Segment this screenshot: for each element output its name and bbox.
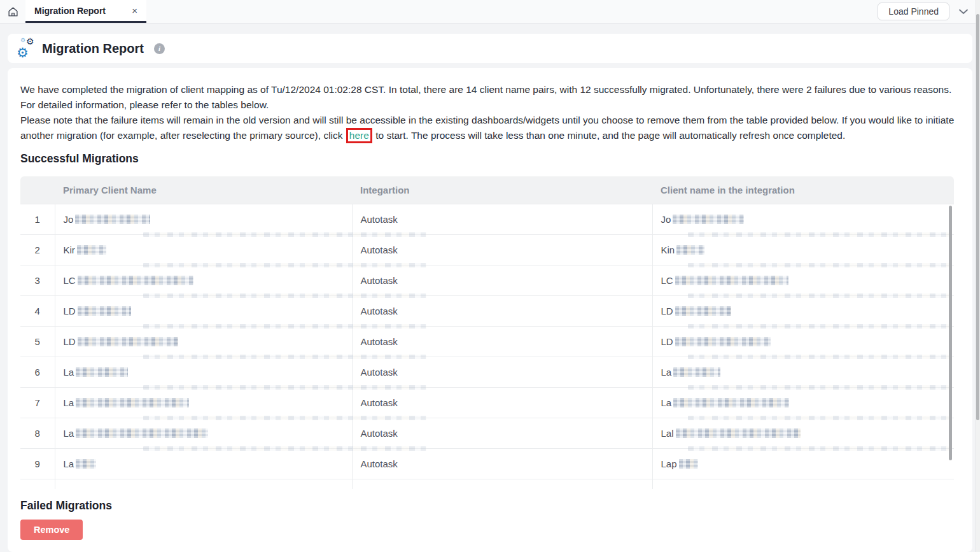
primary-client-prefix: La bbox=[64, 397, 74, 408]
row-index-cell: 5 bbox=[20, 326, 55, 357]
primary-client-prefix: LD bbox=[64, 306, 76, 316]
primary-client-cell: La bbox=[55, 448, 352, 479]
primary-client-prefix: La bbox=[64, 428, 74, 439]
client-name-cell: Lap bbox=[652, 448, 954, 479]
integration-cell: Autotask bbox=[352, 387, 652, 418]
redacted-client-name bbox=[673, 398, 789, 407]
primary-client-cell: Jo bbox=[55, 204, 352, 234]
primary-client-cell: Kir bbox=[55, 234, 352, 265]
table-row: 1 Jo Autotask Jo bbox=[20, 204, 954, 234]
table-row: 8 La Autotask Lal bbox=[20, 418, 954, 448]
successful-migrations-table: Primary Client Name Integartion Client n… bbox=[20, 176, 954, 489]
redacted-client-name bbox=[673, 215, 744, 224]
client-name-cell: LD bbox=[652, 295, 954, 326]
primary-client-cell: La bbox=[55, 387, 352, 418]
remove-button[interactable]: Remove bbox=[20, 520, 83, 540]
table-scrollbar[interactable] bbox=[949, 206, 952, 489]
row-index-cell: 6 bbox=[20, 357, 55, 387]
column-header-client-name-in-integration: Client name in the integration bbox=[652, 176, 954, 204]
table-row: 5 LD Autotask LD bbox=[20, 326, 954, 357]
table-row: 9 La Autotask Lap bbox=[20, 448, 954, 479]
summary-line-3-after: to start. The process will take less tha… bbox=[373, 130, 845, 141]
table-scrollbar-thumb[interactable] bbox=[949, 206, 952, 460]
redaction-artifact bbox=[688, 416, 949, 420]
page-title: Migration Report bbox=[42, 41, 144, 56]
primary-client-prefix: LD bbox=[64, 336, 76, 347]
column-header-index bbox=[20, 176, 55, 204]
client-name-cell: Jo bbox=[652, 204, 954, 234]
primary-client-prefix: Kir bbox=[64, 244, 75, 255]
redaction-artifact bbox=[688, 294, 949, 298]
page-scrollbar[interactable] bbox=[976, 0, 980, 552]
migration-summary: We have completed the migration of clien… bbox=[20, 82, 960, 143]
close-icon[interactable]: × bbox=[132, 6, 137, 15]
redacted-primary-client-name bbox=[75, 215, 150, 224]
primary-client-cell: La bbox=[55, 357, 352, 387]
client-name-prefix: LD bbox=[661, 306, 673, 316]
primary-client-prefix: LC bbox=[64, 275, 76, 286]
annotation-box: here bbox=[346, 128, 372, 143]
integration-cell: Autotask bbox=[352, 326, 652, 357]
chevron-down-icon[interactable] bbox=[958, 8, 969, 15]
row-index-cell: 4 bbox=[20, 295, 55, 326]
integration-cell: Autotask bbox=[352, 418, 652, 448]
here-link[interactable]: here bbox=[349, 130, 369, 141]
client-name-cell: LD bbox=[652, 326, 954, 357]
redaction-artifact bbox=[688, 446, 949, 451]
redacted-client-name bbox=[676, 428, 801, 438]
client-name-prefix: LD bbox=[661, 336, 673, 347]
client-name-prefix: La bbox=[661, 367, 672, 378]
primary-client-cell: LC bbox=[55, 265, 352, 295]
client-name-prefix: Lap bbox=[661, 458, 677, 469]
info-icon[interactable]: i bbox=[154, 43, 165, 54]
redaction-artifact bbox=[688, 324, 949, 329]
integration-cell: Autotask bbox=[352, 357, 652, 387]
primary-client-prefix: La bbox=[64, 458, 74, 469]
tab-migration-report[interactable]: Migration Report × bbox=[25, 0, 146, 23]
integration-cell: Autotask bbox=[352, 204, 652, 234]
summary-line-3: Please note that the failure items will … bbox=[20, 113, 960, 143]
integration-cell: Autotask bbox=[352, 295, 652, 326]
page-title-card: ⚙⚙⚙ Migration Report i bbox=[8, 34, 972, 63]
integration-cell: Autotask bbox=[352, 234, 652, 265]
summary-line-1: We have completed the migration of clien… bbox=[20, 82, 960, 97]
client-name-cell: La bbox=[652, 357, 954, 387]
top-nav-bar: Migration Report × Load Pinned bbox=[0, 0, 980, 24]
content-card: We have completed the migration of clien… bbox=[8, 68, 972, 552]
home-button[interactable] bbox=[0, 0, 25, 23]
redaction-artifact bbox=[688, 263, 949, 267]
integration-cell: Autotask bbox=[352, 265, 652, 295]
redacted-primary-client-name bbox=[76, 398, 189, 407]
client-name-cell: LC bbox=[652, 265, 954, 295]
redacted-primary-client-name bbox=[77, 245, 106, 255]
redacted-primary-client-name bbox=[78, 276, 193, 285]
successful-table-body: 1 Jo Autotask Jo 2 Kir Autotask Kin 3 LC… bbox=[20, 204, 954, 479]
redacted-client-name bbox=[676, 245, 704, 255]
client-name-cell: Kin bbox=[652, 234, 954, 265]
load-pinned-button[interactable]: Load Pinned bbox=[878, 3, 949, 20]
summary-line-2: For detailed information, please refer t… bbox=[20, 97, 960, 113]
table-header-row: Primary Client Name Integartion Client n… bbox=[20, 176, 954, 204]
redacted-primary-client-name bbox=[78, 337, 178, 346]
failed-migrations-heading: Failed Migrations bbox=[20, 499, 960, 513]
client-name-prefix: Jo bbox=[661, 214, 671, 225]
primary-client-prefix: La bbox=[64, 367, 74, 378]
primary-client-cell: LD bbox=[55, 295, 352, 326]
table-row-partial bbox=[20, 479, 954, 489]
integration-cell: Autotask bbox=[352, 448, 652, 479]
column-header-primary-client-name: Primary Client Name bbox=[55, 176, 352, 204]
redacted-client-name bbox=[675, 276, 788, 285]
nav-right-group: Load Pinned bbox=[878, 0, 980, 23]
primary-client-cell: La bbox=[55, 418, 352, 448]
redacted-client-name bbox=[675, 306, 731, 316]
tab-label: Migration Report bbox=[34, 6, 106, 16]
table-row: 4 LD Autotask LD bbox=[20, 295, 954, 326]
row-index-cell: 8 bbox=[20, 418, 55, 448]
row-index-cell: 2 bbox=[20, 234, 55, 265]
client-name-cell: Lal bbox=[652, 418, 954, 448]
column-header-integration: Integartion bbox=[352, 176, 652, 204]
page-scrollbar-thumb[interactable] bbox=[976, 14, 979, 420]
redaction-artifact bbox=[688, 232, 949, 237]
redacted-primary-client-name bbox=[76, 367, 128, 377]
redaction-artifact bbox=[688, 355, 949, 359]
